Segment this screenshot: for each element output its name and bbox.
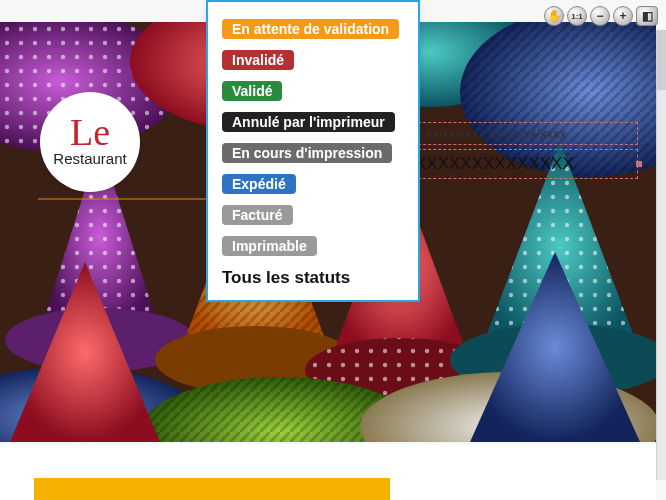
- date-range-field[interactable]: u xx/xx/xxxx au xx/xx/xxxx: [408, 122, 638, 145]
- status-option-printable[interactable]: Imprimable: [222, 236, 317, 256]
- status-option-shipped[interactable]: Expédié: [222, 174, 296, 194]
- brand-logo: Le Restaurant: [40, 92, 140, 192]
- status-option-invoiced[interactable]: Facturé: [222, 205, 293, 225]
- editor-canvas: Le Restaurant u xx/xx/xxxx au xx/xx/xxxx…: [0, 0, 666, 500]
- plus-icon: +: [619, 9, 626, 23]
- panel-icon: ◧: [642, 9, 653, 23]
- fit-button[interactable]: 1:1: [567, 6, 587, 26]
- hand-icon: ✋: [547, 9, 562, 23]
- divider: [38, 198, 208, 200]
- status-option-cancelled[interactable]: Annulé par l'imprimeur: [222, 112, 395, 132]
- brand-logo-script: Le: [70, 117, 110, 147]
- editable-fields: u xx/xx/xxxx au xx/xx/xxxx XXXXXXXXXXXXX…: [408, 122, 638, 179]
- fit-icon: 1:1: [571, 12, 583, 21]
- brand-logo-word: Restaurant: [53, 150, 126, 167]
- status-option-invalid[interactable]: Invalidé: [222, 50, 294, 70]
- status-option-valid[interactable]: Validé: [222, 81, 282, 101]
- resize-handle-right[interactable]: [636, 161, 642, 167]
- zoom-out-button[interactable]: −: [590, 6, 610, 26]
- status-option-all[interactable]: Tous les statuts: [222, 268, 404, 288]
- panel-toggle-button[interactable]: ◧: [636, 6, 658, 26]
- status-dropdown: En attente de validation Invalidé Validé…: [206, 0, 420, 302]
- bottom-accent-box: [34, 478, 390, 500]
- zoom-in-button[interactable]: +: [613, 6, 633, 26]
- status-option-printing[interactable]: En cours d'impression: [222, 143, 392, 163]
- status-option-pending[interactable]: En attente de validation: [222, 19, 399, 39]
- code-field[interactable]: XXXXXXXXXXXXXX: [408, 149, 638, 179]
- scrollbar-thumb[interactable]: [657, 30, 666, 90]
- vertical-scrollbar[interactable]: [656, 30, 666, 480]
- minus-icon: −: [596, 9, 603, 23]
- viewer-toolbar: ✋ 1:1 − + ◧: [544, 6, 658, 26]
- hand-tool-button[interactable]: ✋: [544, 6, 564, 26]
